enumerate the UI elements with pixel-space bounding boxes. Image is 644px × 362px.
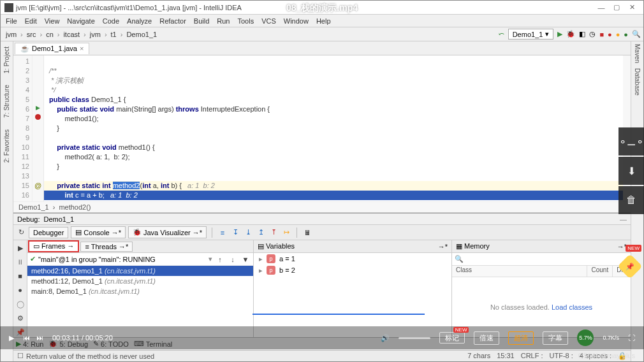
crumb-cn[interactable]: cn	[43, 30, 56, 39]
mem-col-class[interactable]: Class	[452, 266, 587, 277]
crumb-file[interactable]: Demo1_1	[124, 30, 159, 39]
tab-console[interactable]: ▤Console→*	[71, 226, 126, 238]
titlebar-text: jvm [E:\git\jvm] - ...\src\cn\itcast\jvm…	[16, 4, 594, 11]
load-classes-link[interactable]: Load classes	[552, 303, 592, 311]
frame-item[interactable]: main:8, Demo1_1 (cn.itcast.jvm.t1)	[27, 286, 253, 296]
tab-database[interactable]: Database	[633, 66, 641, 98]
resume-icon[interactable]: ↻	[16, 228, 26, 238]
pin-icon[interactable]: 📌	[15, 327, 26, 337]
maximize-button[interactable]: ▢	[609, 3, 624, 11]
tab-structure[interactable]: 7: Structure	[3, 82, 11, 120]
editor-tabs: ☕ Demo1_1.java ×	[13, 41, 631, 55]
menu-code[interactable]: Code	[99, 16, 123, 26]
crumb-jvm2[interactable]: jvm	[87, 30, 103, 39]
navbar: jvm› src› cn› itcast› jvm› t1› Demo1_1 ⤺…	[1, 27, 643, 41]
menu-window[interactable]: Window	[280, 16, 312, 26]
menu-view[interactable]: View	[41, 16, 64, 26]
frames-tab[interactable]: ▭ Frames →	[28, 240, 79, 252]
tab-project[interactable]: 1: Project	[3, 44, 11, 76]
var-row[interactable]: ▸pb = 2	[254, 264, 451, 276]
menu-help[interactable]: Help	[312, 16, 335, 26]
run-config-combo[interactable]: Demo1_1▾	[508, 29, 554, 40]
tab-run[interactable]: ▶4: Run	[16, 340, 43, 348]
menu-navigate[interactable]: Navigate	[63, 16, 98, 26]
tab-terminal[interactable]: ⌨Terminal	[134, 340, 173, 348]
debug-icon[interactable]: 🐞	[566, 30, 575, 38]
crumb-itcast[interactable]: itcast	[61, 30, 82, 39]
editor-breadcrumb[interactable]: Demo1_1›method2()	[13, 201, 631, 213]
frame-item[interactable]: method2:16, Demo1_1 (cn.itcast.jvm.t1)	[27, 266, 253, 276]
tab-debug2[interactable]: 🐞5: Debug	[48, 340, 88, 348]
tab-todo[interactable]: ✎6: TODO	[93, 340, 129, 348]
debug-close-icon[interactable]: —	[620, 215, 627, 223]
debug-config[interactable]: Demo1_1	[43, 215, 74, 223]
stop2-icon[interactable]: ■	[15, 271, 26, 281]
build-icon[interactable]: ⤺	[499, 30, 504, 38]
menu-run[interactable]: Run	[213, 16, 233, 26]
menu-refactor[interactable]: Refactor	[156, 16, 190, 26]
mute-bp-icon[interactable]: ◯	[15, 299, 26, 309]
file-tab[interactable]: ☕ Demo1_1.java ×	[15, 43, 89, 54]
menu-analyze[interactable]: Analyze	[123, 16, 156, 26]
evaluate-icon[interactable]: 🖩	[302, 228, 312, 238]
coverage-icon[interactable]: ◧	[579, 30, 585, 38]
vars-menu-icon[interactable]: →*	[438, 243, 448, 250]
search-icon[interactable]: 🔍	[632, 30, 641, 38]
progress-indicator	[252, 314, 425, 315]
mem-col-count[interactable]: Count	[587, 266, 613, 277]
stop-icon[interactable]: ■	[599, 31, 604, 38]
mem-empty: No classes loaded. Load classes	[452, 277, 631, 337]
menu-build[interactable]: Build	[190, 16, 213, 26]
step-over-icon[interactable]: ≡	[217, 228, 228, 238]
thread-combo[interactable]: "main"@1 in group "main": RUNNING	[38, 256, 206, 263]
minimize-button[interactable]: —	[594, 4, 609, 11]
tab-maven[interactable]: Maven	[633, 41, 641, 66]
editor-gutter[interactable]: ▶@	[33, 55, 44, 201]
vcs-icon[interactable]: ●	[624, 31, 628, 38]
settings-icon[interactable]: ⚙	[15, 313, 26, 323]
mem-search[interactable]: 🔍	[452, 253, 631, 266]
prev-frame-icon[interactable]: ↑	[215, 254, 225, 264]
menu-edit[interactable]: Edit	[21, 16, 41, 26]
tab-visualizer[interactable]: 🐞Java Visualizer→*	[128, 226, 207, 238]
view-bp-icon[interactable]: ●	[15, 285, 26, 295]
step-into-icon[interactable]: ↧	[230, 228, 240, 238]
code-editor[interactable]: 123456789101112131516171819 ▶@ /** * 演示栈…	[13, 55, 631, 201]
status-msg: Return value of the method is never used	[26, 352, 154, 360]
next-frame-icon[interactable]: ↓	[228, 254, 238, 264]
app-icon	[4, 3, 13, 12]
tab-debugger[interactable]: Debugger	[29, 227, 68, 238]
var-row[interactable]: ▸pa = 1	[254, 253, 451, 264]
drop-frame-icon[interactable]: ⤒	[268, 228, 279, 238]
close-button[interactable]: ✕	[624, 3, 640, 11]
threads-tab[interactable]: ≡ Threads →*	[80, 242, 133, 252]
attach-icon[interactable]: ●	[616, 31, 620, 38]
delete-icon[interactable]: 🗑	[618, 186, 644, 214]
menubar: File Edit View Navigate Code Analyze Ref…	[1, 15, 643, 27]
line-numbers: 123456789101112131516171819	[13, 55, 33, 201]
pause-icon[interactable]: ⏸	[15, 257, 26, 267]
menu-vcs[interactable]: VCS	[258, 16, 280, 26]
tab-favorites[interactable]: 2: Favorites	[3, 127, 11, 165]
profile-icon[interactable]: ◷	[589, 30, 596, 38]
menu-file[interactable]: File	[2, 16, 21, 26]
crumb-jvm[interactable]: jvm	[3, 30, 19, 39]
lock-icon[interactable]: 🔒	[618, 352, 627, 360]
menu-tools[interactable]: Tools	[233, 16, 258, 26]
crumb-t1[interactable]: t1	[108, 30, 119, 39]
download-icon[interactable]: ⬇	[618, 157, 644, 185]
status-bar: ☐ Return value of the method is never us…	[13, 350, 631, 361]
step-out-icon[interactable]: ↥	[256, 228, 266, 238]
rerun-icon[interactable]: ▶	[15, 243, 26, 253]
force-step-icon[interactable]: ⤓	[243, 228, 253, 238]
frames-list[interactable]: method2:16, Demo1_1 (cn.itcast.jvm.t1)me…	[27, 266, 253, 337]
share-icon[interactable]: ⚬⚊⚬	[618, 127, 644, 156]
filter-icon[interactable]: ▼	[240, 254, 251, 264]
crumb-src[interactable]: src	[24, 30, 39, 39]
close-tab-icon[interactable]: ×	[80, 45, 84, 52]
run-icon[interactable]: ▶	[557, 30, 562, 38]
mem-label: Memory	[464, 242, 490, 250]
record-icon[interactable]: ●	[608, 31, 612, 38]
run-to-cursor-icon[interactable]: ↦	[281, 228, 291, 238]
frame-item[interactable]: method1:12, Demo1_1 (cn.itcast.jvm.t1)	[27, 276, 253, 286]
